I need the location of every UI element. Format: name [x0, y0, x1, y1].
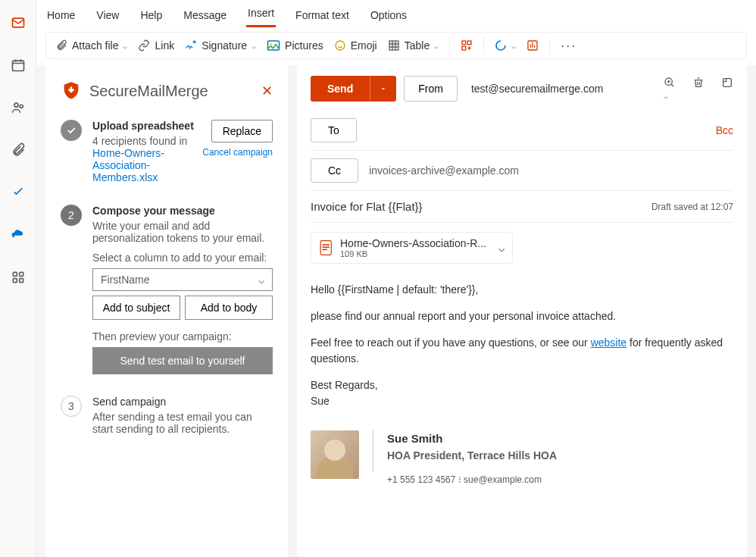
- chevron-down-icon: ⌵: [258, 274, 264, 286]
- svg-rect-14: [462, 46, 466, 50]
- people-icon[interactable]: [6, 95, 30, 120]
- panel-title: SecureMailMerge: [61, 80, 208, 102]
- preview-label: Then preview your campaign:: [92, 330, 273, 343]
- apps-button[interactable]: [461, 39, 473, 52]
- step2-badge: 2: [61, 205, 82, 226]
- poll-button[interactable]: [526, 39, 539, 52]
- todo-icon[interactable]: [6, 180, 30, 205]
- ribbon: Attach file⌵ Link Signature⌵ Pictures Em…: [45, 32, 747, 59]
- to-button[interactable]: To: [311, 118, 357, 142]
- step2-title: Compose your message: [92, 205, 273, 217]
- tab-home[interactable]: Home: [45, 3, 77, 27]
- send-button[interactable]: Send: [311, 76, 370, 102]
- svg-rect-11: [389, 41, 398, 50]
- svg-point-3: [20, 105, 23, 108]
- compose-pane: Send From test@securemailmerge.com ⌵ To …: [297, 65, 747, 557]
- file-icon: [319, 239, 334, 256]
- step1-found: 4 recipients found in: [92, 135, 194, 147]
- tab-view[interactable]: View: [95, 3, 120, 27]
- step2-desc: Write your email and add personalization…: [92, 220, 273, 244]
- svg-rect-6: [13, 279, 17, 283]
- draft-saved-label: Draft saved at 12:07: [651, 202, 733, 212]
- svg-rect-19: [323, 244, 330, 246]
- svg-point-2: [14, 103, 18, 107]
- table-button[interactable]: Table⌵: [388, 39, 439, 52]
- svg-rect-21: [323, 249, 327, 251]
- shield-icon: [61, 80, 82, 102]
- menu-bar: Home View Help Message Insert Format tex…: [36, 0, 756, 27]
- step3-badge: 3: [61, 396, 82, 417]
- add-to-subject-button[interactable]: Add to subject: [92, 296, 180, 320]
- svg-rect-8: [268, 41, 280, 50]
- website-link[interactable]: website: [591, 336, 626, 349]
- signature-title: HOA President, Terrace Hills HOA: [387, 448, 557, 464]
- replace-button[interactable]: Replace: [211, 120, 273, 142]
- cc-button[interactable]: Cc: [311, 158, 358, 183]
- pictures-button[interactable]: Pictures: [267, 39, 323, 52]
- attach-file-button[interactable]: Attach file⌵: [55, 39, 127, 52]
- svg-rect-17: [723, 79, 732, 87]
- link-button[interactable]: Link: [138, 39, 174, 52]
- onedrive-icon[interactable]: [6, 223, 30, 247]
- svg-rect-5: [19, 272, 23, 276]
- close-icon[interactable]: ✕: [261, 83, 273, 99]
- subject-input[interactable]: Invoice for Flat {{Flat}}: [311, 200, 423, 213]
- step1-file-link[interactable]: Home-Owners-Association-Members.xlsx: [92, 147, 191, 183]
- from-button[interactable]: From: [404, 76, 458, 102]
- svg-point-10: [336, 41, 345, 50]
- attachment-chip[interactable]: Home-Owners-Association-R... 109 KB ⌵: [311, 232, 513, 264]
- tab-format-text[interactable]: Format text: [294, 3, 351, 27]
- attachment-icon[interactable]: [6, 138, 30, 162]
- more-button[interactable]: ···: [561, 38, 576, 54]
- tab-options[interactable]: Options: [369, 3, 408, 27]
- zoom-icon[interactable]: ⌵: [664, 77, 676, 101]
- svg-rect-12: [462, 41, 466, 45]
- svg-rect-1: [12, 61, 23, 70]
- calendar-icon[interactable]: [6, 53, 30, 77]
- tab-message[interactable]: Message: [182, 3, 228, 27]
- signature-block: Sue Smith HOA President, Terrace Hills H…: [311, 430, 733, 487]
- mail-icon[interactable]: [6, 11, 30, 35]
- cc-value: invoices-archive@example.com: [369, 164, 519, 177]
- step3-desc: After sending a test email you can start…: [92, 411, 273, 435]
- step1-badge: [61, 120, 82, 141]
- email-body[interactable]: Hello {{FirstName | default: 'there'}}, …: [311, 282, 733, 487]
- tab-help[interactable]: Help: [139, 3, 164, 27]
- signature-button[interactable]: Signature⌵: [185, 39, 256, 52]
- add-to-body-button[interactable]: Add to body: [185, 296, 273, 320]
- step1-title: Upload spreadsheet: [92, 120, 194, 132]
- svg-point-9: [270, 43, 273, 45]
- send-dropdown[interactable]: [370, 76, 396, 102]
- svg-rect-4: [13, 272, 17, 276]
- svg-rect-20: [323, 246, 330, 248]
- chevron-down-icon[interactable]: ⌵: [498, 242, 505, 254]
- popout-icon[interactable]: [721, 77, 733, 101]
- from-email: test@securemailmerge.com: [471, 83, 604, 95]
- avatar: [311, 430, 359, 479]
- svg-rect-7: [19, 279, 23, 283]
- tab-insert[interactable]: Insert: [246, 1, 276, 27]
- select-column-label: Select a column to add to your email:: [92, 252, 273, 264]
- cancel-campaign-link[interactable]: Cancel campaign: [202, 147, 273, 158]
- left-rail: [0, 0, 36, 557]
- apps-icon[interactable]: [6, 265, 30, 289]
- step3-title: Send campaign: [92, 396, 273, 408]
- column-select[interactable]: FirstName ⌵: [92, 268, 273, 291]
- bcc-link[interactable]: Bcc: [716, 124, 733, 136]
- signature-contact: +1 555 123 4567 ⁝ sue@example.com: [387, 473, 557, 487]
- svg-rect-13: [468, 41, 472, 45]
- delete-icon[interactable]: [692, 77, 704, 101]
- loop-button[interactable]: ⌵: [495, 39, 516, 52]
- signature-name: Sue Smith: [387, 430, 557, 448]
- send-test-button[interactable]: Send test email to yourself: [92, 347, 273, 374]
- addin-panel: SecureMailMerge ✕ Upload spreadsheet 4 r…: [45, 65, 288, 557]
- emoji-button[interactable]: Emoji: [334, 39, 377, 52]
